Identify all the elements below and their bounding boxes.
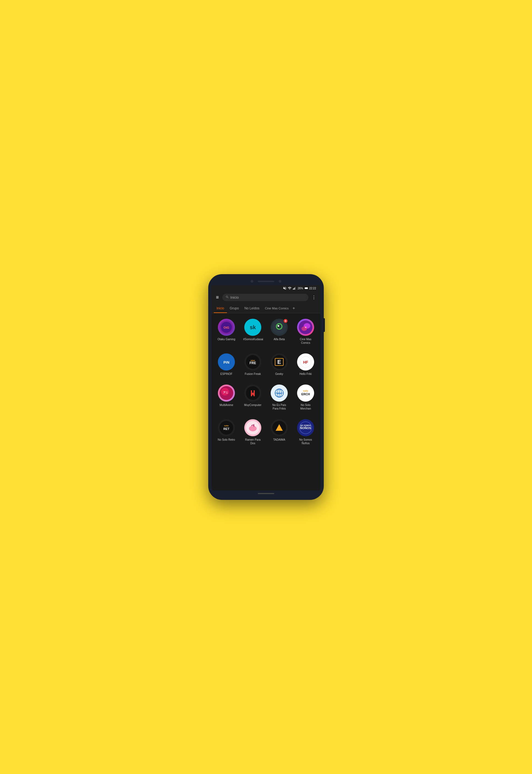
item-label: Geeky [275,372,283,376]
svg-text:ÑOÑOS: ÑOÑOS [300,427,311,430]
list-item[interactable]: HF Hello Friki [293,352,318,377]
status-bar: 26% 22:22 [212,285,320,291]
item-label: TADAIMA [273,438,285,442]
list-item[interactable]: OtG Otaku Gaming [214,318,239,346]
search-icon [226,295,229,299]
avatar-wrap: E [271,353,288,370]
item-label: No Es País Para Frikis [270,403,289,411]
phone-bottom-bar [212,491,320,497]
phone-sensors [212,277,320,285]
avatar: solo ERCH [297,384,314,402]
svg-point-11 [277,324,281,329]
list-item[interactable]: Ramen Para Dos [240,418,265,446]
item-label: MuyComputer [244,403,262,407]
time-display: 22:22 [309,287,316,290]
front-camera-left [251,280,253,283]
toolbar: ≡ Inicio ⋮ [212,291,320,303]
item-label: No Solo Retro [218,438,235,442]
avatar [271,419,288,436]
side-button [324,318,325,332]
svg-text:solo: solo [224,425,229,427]
phone-device: 26% 22:22 ≡ Inicio ⋮ Inicio Grupo [208,274,324,500]
avatar-wrap: sk [244,319,261,336]
add-tab-button[interactable]: + [291,303,296,313]
list-item[interactable]: Des No Es País Para Frikis [267,383,292,412]
svg-rect-0 [293,289,294,289]
list-item[interactable]: E Geeky [267,352,292,377]
avatar: E [271,353,288,370]
avatar-wrap: sion FRE [244,353,261,370]
svg-text:NO SOMOS: NO SOMOS [300,425,311,427]
avatar: アニ [218,384,235,402]
avatar-wrap [244,384,261,402]
avatar: sion FRE [244,353,261,370]
grid-row-4: solo RET No Solo Retro [214,418,318,446]
signal-icon [293,286,297,290]
tab-inicio[interactable]: Inicio [214,303,227,313]
list-item[interactable]: solo ERCH No Solo Merchan [293,383,318,412]
list-item[interactable]: sk #SomosKudasai [240,318,265,346]
list-item[interactable]: PiN ESPINOF [214,352,239,377]
avatar: solo RET [218,419,235,436]
svg-point-12 [278,325,279,327]
avatar-wrap: 8 [271,319,288,336]
list-item[interactable]: アニ MultiAnime [214,383,239,412]
search-bar[interactable]: Inicio [222,294,308,301]
list-item[interactable]: TADAIMA [267,418,292,446]
list-item[interactable]: NO SOMOS ÑOÑOS No Somos Ñoños [293,418,318,446]
svg-text:solo: solo [303,390,308,392]
avatar: OtG [218,319,235,336]
item-label: Ramen Para Dos [243,438,262,445]
svg-text:ERCH: ERCH [301,393,310,396]
avatar-wrap: solo RET [218,419,235,436]
avatar-wrap [244,419,261,436]
svg-text:アニ: アニ [223,391,228,394]
svg-text:✦: ✦ [305,326,307,329]
svg-text:HF: HF [303,360,308,364]
tab-no-leidos[interactable]: No Leídos [242,303,262,313]
list-item[interactable]: 8 Alfa Beta [267,318,292,346]
tab-cine-mas-comics[interactable]: Cine Mas Comics [262,304,291,313]
item-label: Fusion Freak [245,372,261,376]
grid-row-1: OtG Otaku Gaming sk [214,318,318,346]
avatar: ✦ [297,319,314,336]
avatar-wrap: Des [271,384,288,402]
notification-badge: 8 [283,319,288,323]
search-placeholder: Inicio [231,295,239,299]
item-label: ESPINOF [220,372,232,376]
svg-rect-2 [294,288,295,290]
more-options-button[interactable]: ⋮ [311,294,317,301]
svg-text:sk: sk [250,324,256,330]
status-icons: 26% 22:22 [283,286,316,290]
item-label: MultiAnime [220,403,233,407]
svg-rect-1 [294,288,294,289]
svg-rect-46 [254,424,254,427]
hamburger-button[interactable]: ≡ [215,293,220,301]
list-item[interactable]: ✦ Cine Mas Comics [293,318,318,346]
avatar-wrap: solo ERCH [297,384,314,402]
speaker-grille [258,281,274,282]
phone-screen: 26% 22:22 ≡ Inicio ⋮ Inicio Grupo [212,277,320,497]
avatar: PiN [218,353,235,370]
grid-row-2: PiN ESPINOF sion FRE [214,352,318,377]
svg-text:FRE: FRE [249,361,256,365]
battery-text: 26% [298,287,303,290]
list-item[interactable]: MuyComputer [240,383,265,412]
svg-rect-3 [295,287,295,289]
svg-text:RET: RET [223,427,229,431]
avatar-wrap: NO SOMOS ÑOÑOS [297,419,314,436]
item-label: Alfa Beta [274,337,285,341]
svg-text:PiN: PiN [223,360,229,364]
content-area: OtG Otaku Gaming sk [212,313,320,491]
front-camera-right [279,280,281,283]
avatar-wrap: HF [297,353,314,370]
svg-point-45 [249,426,257,431]
list-item[interactable]: solo RET No Solo Retro [214,418,239,446]
avatar: NO SOMOS ÑOÑOS [297,419,314,436]
avatar [244,419,261,436]
grid-row-3: アニ MultiAnime [214,383,318,412]
list-item[interactable]: sion FRE Fusion Freak [240,352,265,377]
svg-text:Des: Des [277,392,281,395]
tab-grupo[interactable]: Grupo [227,303,242,313]
home-indicator [258,493,274,494]
